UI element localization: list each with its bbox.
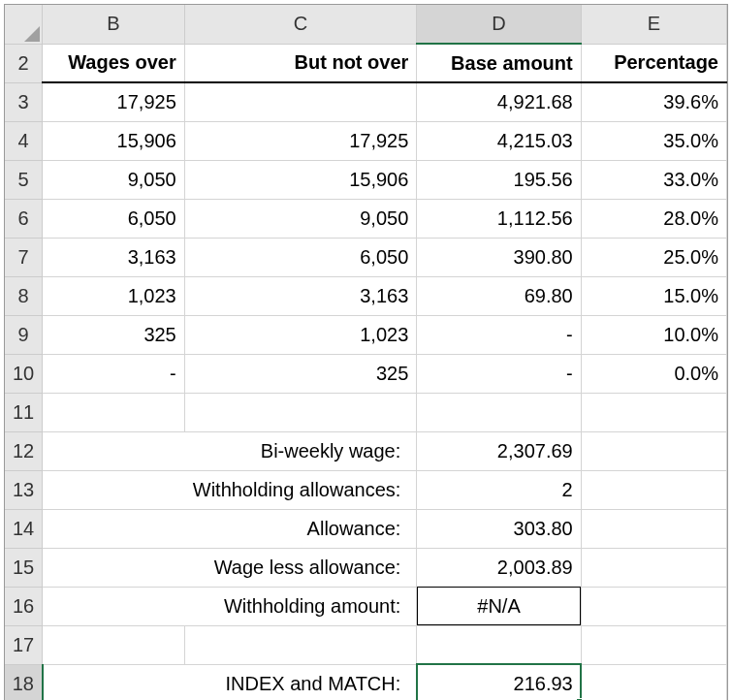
cell-C3[interactable]	[184, 82, 417, 121]
row-header-6[interactable]: 6	[5, 199, 43, 238]
cell-C7[interactable]: 6,050	[184, 238, 417, 276]
cell-C11[interactable]	[184, 393, 417, 431]
col-header-B[interactable]: B	[43, 5, 185, 44]
col-header-D[interactable]: D	[417, 5, 581, 44]
label-allowance: Allowance:	[193, 518, 409, 540]
cell-D12[interactable]: 2,307.69	[417, 431, 581, 470]
label-withholding: Withholding amount:	[193, 595, 409, 618]
cell-C17[interactable]	[184, 625, 417, 664]
cell-B2[interactable]: Wages over	[43, 44, 185, 82]
cell-D10[interactable]: -	[417, 354, 581, 393]
cell-B12[interactable]	[43, 431, 185, 470]
row-header-10[interactable]: 10	[5, 354, 43, 393]
cell-D11[interactable]	[417, 393, 581, 431]
row-header-14[interactable]: 14	[5, 509, 43, 548]
spreadsheet-grid[interactable]: B C D E 2 Wages over But not over Base a…	[4, 4, 728, 700]
select-all-corner[interactable]	[5, 5, 43, 44]
cell-E10[interactable]: 0.0%	[581, 354, 726, 393]
cell-B11[interactable]	[43, 393, 185, 431]
row-header-16[interactable]: 16	[5, 587, 43, 625]
row-header-7[interactable]: 7	[5, 238, 43, 276]
row-header-11[interactable]: 11	[5, 393, 43, 431]
row-header-9[interactable]: 9	[5, 315, 43, 354]
cell-E7[interactable]: 25.0%	[581, 238, 726, 276]
cell-B8[interactable]: 1,023	[43, 276, 185, 315]
cell-C4[interactable]: 17,925	[184, 121, 417, 160]
cell-E11[interactable]	[581, 393, 726, 431]
row-header-12[interactable]: 12	[5, 431, 43, 470]
cell-C9[interactable]: 1,023	[184, 315, 417, 354]
cell-B3[interactable]: 17,925	[43, 82, 185, 121]
cell-E16[interactable]	[581, 587, 726, 625]
cell-E6[interactable]: 28.0%	[581, 199, 726, 238]
cell-D16[interactable]: #N/A	[417, 587, 581, 625]
row-header-15[interactable]: 15	[5, 548, 43, 587]
cell-C5[interactable]: 15,906	[184, 160, 417, 199]
cell-C12[interactable]: Bi-weekly wage:	[184, 431, 417, 470]
label-wageless: Wage less allowance:	[193, 557, 409, 579]
cell-E4[interactable]: 35.0%	[581, 121, 726, 160]
label-allowances: Withholding allowances:	[193, 479, 409, 501]
cell-D7[interactable]: 390.80	[417, 238, 581, 276]
cell-B18[interactable]	[43, 664, 185, 700]
row-header-4[interactable]: 4	[5, 121, 43, 160]
cell-C15[interactable]: Wage less allowance:	[184, 548, 417, 587]
cell-E3[interactable]: 39.6%	[581, 82, 726, 121]
cell-C2[interactable]: But not over	[184, 44, 417, 82]
cell-B13[interactable]	[43, 470, 185, 509]
row-header-3[interactable]: 3	[5, 82, 43, 121]
cell-E14[interactable]	[581, 509, 726, 548]
cell-C6[interactable]: 9,050	[184, 199, 417, 238]
label-indexmatch: INDEX and MATCH:	[193, 673, 409, 695]
cell-B4[interactable]: 15,906	[43, 121, 185, 160]
col-header-C[interactable]: C	[184, 5, 417, 44]
cell-B9[interactable]: 325	[43, 315, 185, 354]
label-biweekly: Bi-weekly wage:	[193, 440, 409, 462]
cell-E15[interactable]	[581, 548, 726, 587]
cell-D18[interactable]: 216.93	[417, 664, 581, 700]
cell-C14[interactable]: Allowance:	[184, 509, 417, 548]
cell-D4[interactable]: 4,215.03	[417, 121, 581, 160]
cell-D3[interactable]: 4,921.68	[417, 82, 581, 121]
cell-C10[interactable]: 325	[184, 354, 417, 393]
cell-E5[interactable]: 33.0%	[581, 160, 726, 199]
cell-B16[interactable]	[43, 587, 185, 625]
row-header-5[interactable]: 5	[5, 160, 43, 199]
cell-D13[interactable]: 2	[417, 470, 581, 509]
cell-C16[interactable]: Withholding amount:	[184, 587, 417, 625]
cell-E18[interactable]	[581, 664, 726, 700]
cell-E9[interactable]: 10.0%	[581, 315, 726, 354]
cell-C13[interactable]: Withholding allowances:	[184, 470, 417, 509]
cell-E2[interactable]: Percentage	[581, 44, 726, 82]
cell-B5[interactable]: 9,050	[43, 160, 185, 199]
cell-B17[interactable]	[43, 625, 185, 664]
cell-D17[interactable]	[417, 625, 581, 664]
cell-E17[interactable]	[581, 625, 726, 664]
cell-D6[interactable]: 1,112.56	[417, 199, 581, 238]
cell-E8[interactable]: 15.0%	[581, 276, 726, 315]
cell-B7[interactable]: 3,163	[43, 238, 185, 276]
cell-D9[interactable]: -	[417, 315, 581, 354]
cell-C18[interactable]: INDEX and MATCH:	[184, 664, 417, 700]
cell-D2[interactable]: Base amount	[417, 44, 581, 82]
cell-E13[interactable]	[581, 470, 726, 509]
cell-D15[interactable]: 2,003.89	[417, 548, 581, 587]
row-header-2[interactable]: 2	[5, 44, 43, 82]
row-header-8[interactable]: 8	[5, 276, 43, 315]
cell-B6[interactable]: 6,050	[43, 199, 185, 238]
cell-E12[interactable]	[581, 431, 726, 470]
row-header-13[interactable]: 13	[5, 470, 43, 509]
cell-D5[interactable]: 195.56	[417, 160, 581, 199]
row-header-17[interactable]: 17	[5, 625, 43, 664]
cell-D14[interactable]: 303.80	[417, 509, 581, 548]
cell-B15[interactable]	[43, 548, 185, 587]
cell-B14[interactable]	[43, 509, 185, 548]
cell-C8[interactable]: 3,163	[184, 276, 417, 315]
row-header-18[interactable]: 18	[5, 664, 43, 700]
col-header-E[interactable]: E	[581, 5, 726, 44]
cell-D8[interactable]: 69.80	[417, 276, 581, 315]
cell-B10[interactable]: -	[43, 354, 185, 393]
